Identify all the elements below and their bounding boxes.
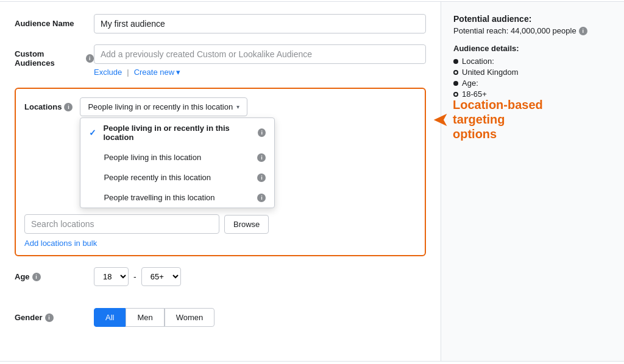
- locations-box: Locations i People living in or recently…: [15, 88, 426, 256]
- audience-name-control: [94, 14, 426, 33]
- age-from-select[interactable]: 18: [94, 267, 129, 286]
- potential-title: Potential audience:: [453, 14, 612, 24]
- form-area: Audience Name Custom Audiences i: [0, 2, 441, 361]
- gender-row: Gender i All Men Women: [15, 308, 426, 338]
- age-info-icon[interactable]: i: [32, 273, 41, 281]
- custom-audiences-info-icon[interactable]: i: [86, 54, 94, 63]
- audience-name-label: Audience Name: [15, 14, 94, 28]
- detail-location-header: Location:: [453, 57, 612, 66]
- add-bulk-button[interactable]: Add locations in bulk: [24, 239, 97, 248]
- location-search-row: Browse: [24, 214, 416, 234]
- custom-audiences-control: Exclude | Create new ▾: [94, 44, 426, 77]
- modal-backdrop: Create a saved audience × Audience Name: [0, 0, 624, 364]
- detail-age-value: 18-65+: [453, 89, 612, 99]
- option-info-icon-2[interactable]: i: [257, 153, 266, 162]
- browse-button[interactable]: Browse: [224, 215, 269, 234]
- detail-location-value: United Kingdom: [453, 68, 612, 77]
- gender-label: Gender i: [15, 308, 94, 322]
- gender-women-button[interactable]: Women: [165, 308, 215, 327]
- age-selects-row: 18 - 65+: [94, 267, 426, 286]
- locations-label: Locations i: [24, 97, 73, 111]
- bullet-filled-icon-2: [453, 81, 458, 86]
- potential-reach-info-icon[interactable]: i: [579, 27, 587, 35]
- modal-body: Audience Name Custom Audiences i: [0, 2, 624, 361]
- age-control: 18 - 65+: [94, 267, 426, 297]
- detail-age-header: Age:: [453, 79, 612, 88]
- age-row: Age i 18 - 65+: [15, 267, 426, 297]
- audience-details-list: Location: United Kingdom Age: 18-65+: [453, 57, 612, 99]
- gender-control: All Men Women: [94, 308, 426, 338]
- audience-details-title: Audience details:: [453, 44, 612, 53]
- audience-name-row: Audience Name: [15, 14, 426, 33]
- custom-audiences-label: Custom Audiences i: [15, 44, 94, 68]
- option-info-icon-4[interactable]: i: [257, 194, 266, 202]
- audience-name-input[interactable]: [94, 14, 426, 33]
- bullet-open-icon: [453, 70, 458, 75]
- exclude-button[interactable]: Exclude: [94, 68, 122, 77]
- dropdown-item-living[interactable]: People living in this location i: [80, 147, 274, 167]
- modal-dialog: Create a saved audience × Audience Name: [0, 0, 624, 364]
- age-to-select[interactable]: 65+: [141, 267, 181, 286]
- exclude-row: Exclude | Create new ▾: [94, 68, 426, 77]
- gender-buttons: All Men Women: [94, 308, 426, 327]
- location-search-input[interactable]: [24, 214, 219, 234]
- gender-all-button[interactable]: All: [94, 308, 126, 327]
- option-info-icon-1[interactable]: i: [258, 128, 266, 137]
- custom-audiences-input[interactable]: [94, 44, 426, 64]
- age-label: Age i: [15, 267, 94, 281]
- check-icon: ✓: [89, 128, 98, 138]
- location-type-dropdown[interactable]: People living in or recently in this loc…: [80, 97, 247, 116]
- location-content: People living in or recently in this loc…: [80, 97, 416, 208]
- option-info-icon-3[interactable]: i: [257, 173, 266, 182]
- dropdown-item-travelling[interactable]: People travelling in this location i: [80, 187, 274, 208]
- dropdown-item-recently[interactable]: People recently in this location i: [80, 167, 274, 187]
- gender-men-button[interactable]: Men: [126, 308, 164, 327]
- locations-row: Locations i People living in or recently…: [24, 97, 416, 208]
- gender-info-icon[interactable]: i: [45, 313, 54, 322]
- sidebar-area: Potential audience: Potential reach: 44,…: [441, 2, 624, 361]
- modal-footer: Cancel Create Saved Audience: [0, 361, 624, 364]
- bullet-filled-icon: [453, 59, 458, 64]
- dropdown-arrow-icon: ▾: [236, 103, 239, 110]
- create-new-button[interactable]: Create new ▾: [134, 68, 180, 77]
- dropdown-item-living-or-recently[interactable]: ✓ People living in or recently in this l…: [80, 118, 274, 147]
- potential-reach: Potential reach: 44,000,000 people i: [453, 26, 612, 35]
- bullet-open-icon-2: [453, 92, 458, 97]
- locations-info-icon[interactable]: i: [64, 103, 73, 111]
- custom-audiences-row: Custom Audiences i Exclude | Create new …: [15, 44, 426, 77]
- location-dropdown-menu: ✓ People living in or recently in this l…: [80, 117, 275, 208]
